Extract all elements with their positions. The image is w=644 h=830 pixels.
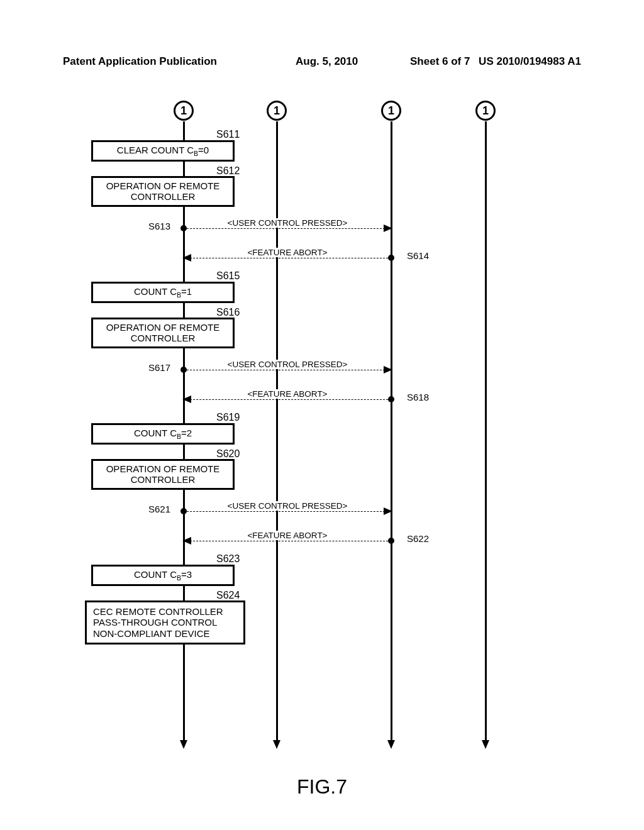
step-box-s619: COUNT CB=2 <box>91 423 235 445</box>
msg-s621: S621 <USER CONTROL PRESSED> <box>184 505 391 519</box>
lifeline-1-head: 1 <box>174 101 194 121</box>
msg-s614-origin-dot <box>388 255 394 261</box>
pub-date: Aug. 5, 2010 <box>296 55 358 68</box>
step-text-s616: OPERATION OF REMOTE CONTROLLER <box>106 322 220 343</box>
msg-s621-line <box>184 511 391 512</box>
step-label-s612: S612 <box>216 165 240 177</box>
step-text-s615b: =1 <box>181 286 192 297</box>
msg-s613-line <box>184 228 391 229</box>
lifeline-4-label: 1 <box>482 104 489 118</box>
step-label-s616: S616 <box>216 307 240 318</box>
step-sub-s623: B <box>177 574 181 582</box>
step-box-s615: COUNT CB=1 <box>91 282 235 303</box>
msg-s617-line <box>184 370 391 370</box>
step-text-s615a: COUNT C <box>134 286 177 297</box>
step-label-s618: S618 <box>407 392 429 402</box>
msg-s618-origin-dot <box>388 396 394 402</box>
step-label-s614: S614 <box>407 250 429 261</box>
msg-s622-origin-dot <box>388 538 394 544</box>
step-text-s619b: =2 <box>181 428 192 438</box>
step-sub-s615: B <box>177 291 181 299</box>
lifeline-1-arrow <box>180 740 187 749</box>
msg-s618: <FEATURE ABORT> S618 <box>184 393 391 407</box>
lifeline-3-head: 1 <box>381 101 401 121</box>
step-label-s617: S617 <box>148 362 170 373</box>
msg-s618-line <box>184 399 391 400</box>
lifeline-2-head: 1 <box>267 101 287 121</box>
msg-s614: <FEATURE ABORT> S614 <box>184 252 391 265</box>
msg-s613: S613 <USER CONTROL PRESSED> <box>184 222 391 236</box>
step-label-s613: S613 <box>148 221 170 231</box>
step-label-s620: S620 <box>216 448 240 460</box>
msg-s617-text: <USER CONTROL PRESSED> <box>226 360 349 369</box>
step-box-s620: OPERATION OF REMOTE CONTROLLER <box>91 459 235 490</box>
sequence-diagram: 1 1 1 1 S611 CLEAR COUNT CB=0 S612 OPERA… <box>63 91 579 795</box>
page: Patent Application Publication Aug. 5, 2… <box>0 0 644 830</box>
lifeline-3-label: 1 <box>388 104 394 118</box>
step-text-s612: OPERATION OF REMOTE CONTROLLER <box>106 180 220 202</box>
step-box-s611: CLEAR COUNT CB=0 <box>91 140 235 162</box>
lifeline-2-arrow <box>273 740 280 749</box>
msg-s617: S617 <USER CONTROL PRESSED> <box>184 363 391 377</box>
msg-s613-arrowhead <box>384 224 392 232</box>
pub-title: Patent Application Publication <box>63 55 217 68</box>
step-box-s616: OPERATION OF REMOTE CONTROLLER <box>91 318 235 348</box>
step-label-s622: S622 <box>407 533 429 544</box>
step-box-s612: OPERATION OF REMOTE CONTROLLER <box>91 176 235 207</box>
step-label-s619: S619 <box>216 412 240 423</box>
lifeline-4-arrow <box>482 740 489 749</box>
step-text-s623b: =3 <box>181 569 192 580</box>
lifeline-2-label: 1 <box>274 104 280 118</box>
header: Patent Application Publication Aug. 5, 2… <box>63 55 581 68</box>
figure-caption: FIG.7 <box>0 775 644 799</box>
msg-s618-text: <FEATURE ABORT> <box>246 389 328 399</box>
lifeline-4-head: 1 <box>475 101 496 121</box>
msg-s617-arrowhead <box>384 366 392 374</box>
step-text-s620: OPERATION OF REMOTE CONTROLLER <box>106 463 220 485</box>
msg-s622-line <box>184 541 391 541</box>
pub-number: US 2010/0194983 A1 <box>479 55 581 68</box>
msg-s614-text: <FEATURE ABORT> <box>246 248 328 257</box>
step-label-s615: S615 <box>216 270 240 282</box>
msg-s621-arrowhead <box>384 507 392 515</box>
msg-s621-text: <USER CONTROL PRESSED> <box>226 501 349 511</box>
step-sub-s619: B <box>177 433 181 440</box>
step-text-s623a: COUNT C <box>134 569 177 580</box>
step-label-s624: S624 <box>216 590 240 601</box>
msg-s614-line <box>184 258 391 258</box>
step-text-s619a: COUNT C <box>134 428 177 438</box>
step-text-s611b: =0 <box>198 145 209 155</box>
step-box-s624: CEC REMOTE CONTROLLER PASS-THROUGH CONTR… <box>85 600 245 645</box>
step-text-s624: CEC REMOTE CONTROLLER PASS-THROUGH CONTR… <box>93 606 223 639</box>
lifeline-1-label: 1 <box>180 104 187 118</box>
msg-s622: <FEATURE ABORT> S622 <box>184 534 391 548</box>
lifeline-3-shaft <box>391 121 392 744</box>
step-text-s611a: CLEAR COUNT C <box>117 145 194 155</box>
msg-s613-text: <USER CONTROL PRESSED> <box>226 218 349 228</box>
lifeline-3-arrow <box>387 740 395 749</box>
step-box-s623: COUNT CB=3 <box>91 565 235 586</box>
step-label-s611: S611 <box>216 129 240 140</box>
lifeline-4-shaft <box>485 121 487 744</box>
msg-s622-text: <FEATURE ABORT> <box>246 531 328 540</box>
lifeline-2-shaft <box>276 121 278 744</box>
step-label-s623: S623 <box>216 553 240 565</box>
step-label-s621: S621 <box>148 504 170 514</box>
sheet-info: Sheet 6 of 7 <box>410 55 470 68</box>
